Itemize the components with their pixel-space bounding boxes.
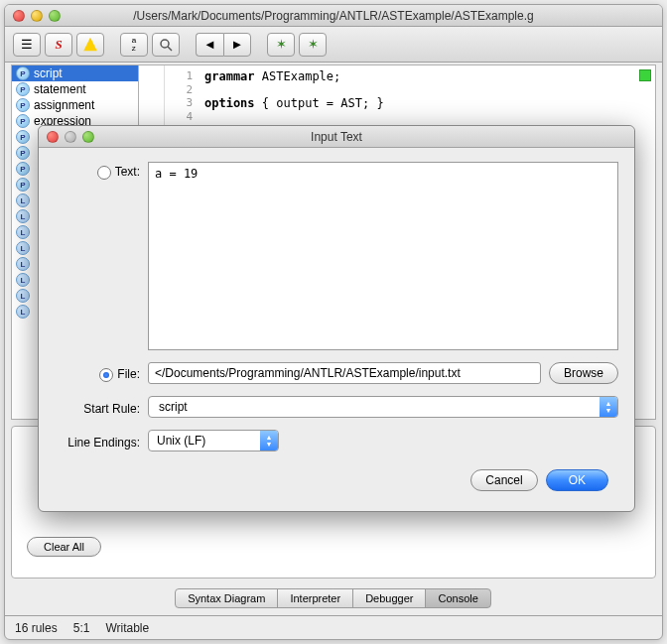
text-radio[interactable] (97, 166, 111, 180)
rule-label: statement (34, 82, 86, 96)
start-rule-select[interactable]: script ▲▼ (148, 396, 618, 418)
debug-button[interactable]: ✶ (267, 33, 295, 57)
lexer-rule-icon: L (16, 241, 30, 255)
tab-syntax-diagram[interactable]: Syntax Diagram (175, 588, 278, 608)
file-radio-row[interactable]: File: (55, 364, 148, 382)
status-bar: 16 rules 5:1 Writable (5, 615, 662, 639)
svg-line-1 (168, 47, 172, 51)
dialog-zoom-icon[interactable] (82, 131, 94, 143)
text-radio-row[interactable]: Text: (55, 162, 148, 180)
parser-rule-icon: P (16, 66, 30, 80)
parser-rule-icon: P (16, 98, 30, 112)
tab-debugger[interactable]: Debugger (352, 588, 426, 608)
bug-icon: ✶ (276, 37, 287, 52)
tab-interpreter[interactable]: Interpreter (277, 588, 353, 608)
file-path-input[interactable] (148, 362, 541, 384)
line-endings-label: Line Endings: (55, 433, 148, 450)
lexer-rule-icon: L (16, 257, 30, 271)
parser-rule-icon: P (16, 162, 30, 176)
dialog-minimize-icon (65, 131, 76, 143)
nav-back-button[interactable]: ◄ (196, 33, 223, 57)
parser-rule-icon: P (16, 82, 30, 96)
dialog-title: Input Text (39, 126, 634, 147)
start-rule-value: script (159, 400, 188, 414)
start-rule-label: Start Rule: (55, 399, 148, 416)
status-rule-count: 16 rules (15, 621, 58, 635)
dialog-titlebar[interactable]: Input Text (39, 126, 634, 148)
minimize-window-icon[interactable] (31, 10, 43, 22)
dropdown-arrows-icon: ▲▼ (260, 431, 278, 451)
dialog-traffic-lights (47, 131, 94, 143)
rule-item[interactable]: Pscript (12, 65, 138, 81)
file-radio-label: File: (117, 367, 140, 381)
nav-group: ◄ ► (196, 33, 251, 57)
parser-rule-icon: P (16, 146, 30, 160)
main-window-title: /Users/Mark/Documents/Programming/ANTLR/… (5, 5, 662, 26)
code-line[interactable]: 4 (173, 110, 647, 123)
code-line[interactable]: 3options { output = AST; } (173, 96, 647, 110)
browse-button[interactable]: Browse (549, 362, 618, 384)
lexer-rule-icon: L (16, 273, 30, 287)
line-endings-select[interactable]: Unix (LF) ▲▼ (148, 430, 279, 451)
lexer-rule-icon: L (16, 289, 30, 303)
rule-item[interactable]: Passignment (12, 97, 138, 113)
code-line[interactable]: 2 (173, 83, 647, 96)
code-text: grammar ASTExample; (204, 69, 340, 83)
status-indicator-icon (639, 69, 651, 81)
line-number: 1 (173, 69, 193, 83)
sort-rules-button[interactable]: az (120, 33, 148, 57)
code-line[interactable]: 1grammar ASTExample; (173, 69, 647, 83)
parser-rule-icon: P (16, 114, 30, 128)
line-endings-value: Unix (LF) (157, 434, 205, 448)
s-icon: S (55, 37, 62, 53)
code-text: options { output = AST; } (204, 96, 384, 110)
svg-point-0 (161, 40, 169, 48)
line-number: 2 (173, 83, 193, 96)
line-number: 4 (173, 110, 193, 123)
lexer-rule-icon: L (16, 305, 30, 319)
debug-again-button[interactable]: ✶ (299, 33, 327, 57)
clear-all-button[interactable]: Clear All (27, 537, 101, 557)
rule-label: assignment (34, 98, 94, 112)
lexer-rule-icon: L (16, 225, 30, 239)
file-radio[interactable] (99, 368, 113, 382)
input-text-dialog: Input Text Text: File: Browse Start Rule… (38, 125, 635, 512)
parser-rule-icon: P (16, 178, 30, 192)
input-text-area[interactable] (148, 162, 618, 350)
cancel-button[interactable]: Cancel (470, 469, 537, 491)
text-radio-label: Text: (115, 165, 140, 179)
rule-label: script (34, 66, 63, 80)
find-button[interactable] (152, 33, 180, 57)
main-toolbar: ☰ S az ◄ ► ✶ ✶ (5, 27, 662, 63)
traffic-lights (13, 10, 61, 22)
bottom-tabbar: Syntax DiagramInterpreterDebuggerConsole (5, 588, 662, 608)
bug-reload-icon: ✶ (308, 37, 319, 52)
magnifier-icon (159, 38, 173, 52)
zoom-window-icon[interactable] (49, 10, 61, 22)
rule-item[interactable]: Pstatement (12, 81, 138, 97)
main-titlebar[interactable]: /Users/Mark/Documents/Programming/ANTLR/… (5, 5, 662, 27)
tab-console[interactable]: Console (425, 588, 490, 608)
dialog-body: Text: File: Browse Start Rule: script ▲▼… (39, 148, 634, 505)
line-number: 3 (173, 96, 193, 110)
dialog-close-icon[interactable] (47, 131, 59, 143)
warnings-button[interactable] (76, 33, 104, 57)
parser-rule-icon: P (16, 130, 30, 144)
nav-forward-button[interactable]: ► (223, 33, 251, 57)
close-window-icon[interactable] (13, 10, 25, 22)
lexer-rule-icon: L (16, 193, 30, 207)
syntax-diagram-toggle-button[interactable]: S (45, 33, 72, 57)
ok-button[interactable]: OK (546, 469, 608, 491)
status-mode: Writable (105, 621, 149, 635)
toggle-tree-button[interactable]: ☰ (13, 33, 41, 57)
warning-icon (82, 37, 98, 53)
lexer-rule-icon: L (16, 209, 30, 223)
status-cursor-pos: 5:1 (73, 621, 90, 635)
dropdown-arrows-icon: ▲▼ (600, 397, 617, 417)
